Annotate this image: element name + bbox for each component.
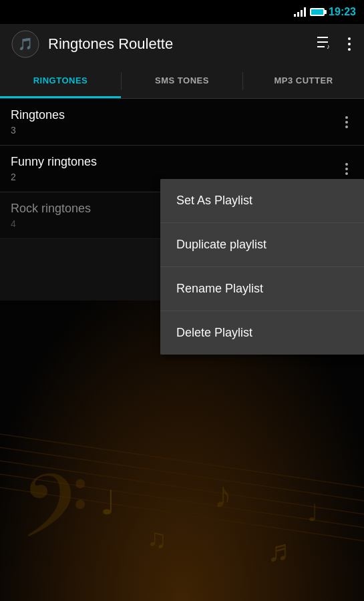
svg-text:𝄢: 𝄢 [20,459,89,578]
svg-text:♬: ♬ [267,534,290,568]
svg-text:♪: ♪ [214,475,232,516]
tab-ringtones[interactable]: RINGTONES [0,64,121,98]
context-menu-delete-playlist[interactable]: Delete Playlist [160,311,364,355]
playlist-name: Funny ringtones [11,155,340,169]
tabs-bar: RINGTONES SMS TONES MP3 CUTTER [0,64,364,99]
signal-icon [294,7,306,17]
svg-text:♩: ♩ [307,500,319,526]
music-filter-icon[interactable]: ♪ [316,34,335,54]
more-options-icon[interactable] [345,35,353,53]
app-title: Ringtones Roulette [48,35,308,53]
playlist-info: Funny ringtones 2 [11,155,340,182]
app-header: 🎵 Ringtones Roulette ♪ [0,24,364,64]
playlist-item: Ringtones 3 [0,99,364,146]
header-actions: ♪ [316,34,353,54]
status-time: 19:23 [329,6,356,18]
playlist-menu-button[interactable] [340,114,353,131]
svg-text:🎵: 🎵 [18,37,33,51]
status-bar: 19:23 [0,0,364,24]
context-menu-duplicate-playlist[interactable]: Duplicate playlist [160,223,364,267]
playlist-menu-button[interactable] [340,160,353,178]
playlist-info: Ringtones 3 [11,108,340,136]
app-logo: 🎵 [11,29,40,59]
status-icons: 19:23 [294,6,356,18]
battery-icon [310,8,325,16]
tab-mp3-cutter[interactable]: MP3 CUTTER [243,64,364,98]
main-content: 𝄢 ♩ ♫ ♪ ♬ ♩ Ringtones 3 Funny ringtones … [0,99,364,601]
playlist-name: Ringtones [11,108,340,122]
svg-text:♩: ♩ [100,484,116,522]
playlist-count: 3 [11,125,340,136]
tab-sms-tones[interactable]: SMS TONES [122,64,242,98]
context-menu-rename-playlist[interactable]: Rename Playlist [160,267,364,311]
svg-text:♫: ♫ [147,524,167,554]
context-menu-set-as-playlist[interactable]: Set As Playlist [160,179,364,223]
context-menu: Set As Playlist Duplicate playlist Renam… [160,179,364,355]
svg-text:♪: ♪ [327,43,330,50]
